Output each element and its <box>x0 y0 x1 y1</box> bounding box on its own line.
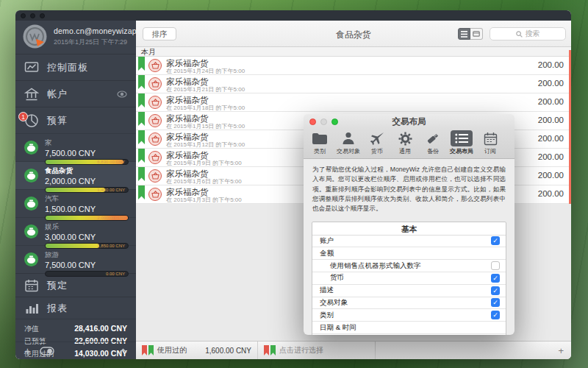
budget-item-groceries[interactable]: 食品杂货 2,000.00 CNY 1,400.00 CNY <box>15 161 136 189</box>
bar-chart-icon <box>24 301 39 316</box>
piggy-bank-icon <box>24 224 38 238</box>
footer-select-cell[interactable]: 点击进行选择 <box>258 342 376 359</box>
flag-icon <box>138 130 145 144</box>
budget-item-travel[interactable]: 旅游 7,500.00 CNY 0.00 CNY <box>15 245 136 273</box>
piggy-bank-icon <box>24 141 38 155</box>
footer-bar: 使用过的 1,600.00 CNY 点击进行选择 + <box>136 341 571 359</box>
budget-progress: 0.00 CNY <box>45 271 129 277</box>
zoom-button[interactable] <box>40 13 45 18</box>
groceries-category-icon <box>148 96 162 109</box>
checkbox[interactable]: ✓ <box>491 298 500 307</box>
app-logo-avatar <box>23 24 47 49</box>
search-input[interactable]: 搜索 <box>490 27 566 40</box>
account-email: demo.cn@moneywizapp.... <box>54 26 136 35</box>
add-transaction-button[interactable]: + <box>558 345 564 356</box>
flags-icon <box>264 345 276 355</box>
airplane-icon <box>370 132 384 146</box>
budget-item-entertainment[interactable]: 娱乐 3,000.00 CNY 1,850.00 CNY <box>15 217 136 245</box>
sidebar-item-accounts[interactable]: 帐户 <box>15 80 136 107</box>
desktop-background: 1 demo.cn@moneywizapp.... 2015年1月25日 下午7… <box>0 0 588 368</box>
budget-item-home[interactable]: 家 7,500.00 CNY 6,830.00 CNY <box>15 133 136 161</box>
budget-progress: 6,830.00 CNY <box>45 159 129 165</box>
tab-payees[interactable]: 交易对象 <box>334 130 362 156</box>
account-datetime: 2015年1月25日 下午7:29 <box>54 38 136 47</box>
checkbox[interactable]: ✓ <box>491 236 500 245</box>
dashboard-icon <box>24 60 39 75</box>
checkbox[interactable]: ✓ <box>491 311 500 319</box>
sidebar-bottom-toolbar: + <box>15 342 136 359</box>
minimize-button[interactable] <box>30 13 35 18</box>
sync-toggle-icon[interactable] <box>40 347 54 355</box>
dialog-row-7: 日期 & 时间 <box>312 322 506 334</box>
dialog-row-0[interactable]: 账户✓ <box>312 236 506 248</box>
piggy-bank-icon <box>24 197 38 210</box>
flag-icon <box>138 57 145 71</box>
groceries-category-icon <box>148 188 162 201</box>
flag-icon <box>138 185 145 199</box>
flag-icon <box>138 167 145 181</box>
person-icon <box>342 132 355 145</box>
window-titlebar[interactable] <box>15 10 571 21</box>
flag-icon <box>138 112 145 126</box>
list-view-button[interactable] <box>458 28 470 40</box>
sidebar-item-reports[interactable]: 报表 <box>15 297 136 319</box>
dialog-row-8[interactable]: 使用日期✓ <box>312 334 506 335</box>
dialog-row-5[interactable]: 交易对象✓ <box>312 297 506 310</box>
piggy-bank-icon <box>24 252 38 266</box>
budget-progress: 1,850.00 CNY <box>45 243 129 249</box>
transaction-row[interactable]: 家乐福杂货 在 2015年1月21日 的下午5:00 200.00 <box>136 75 571 93</box>
dialog-close-button[interactable] <box>309 118 316 125</box>
usb-icon <box>426 131 440 146</box>
card-view-button[interactable] <box>470 28 483 40</box>
list-section-title: 基本 <box>312 222 506 236</box>
tab-subscription[interactable]: 订阅 <box>477 130 503 156</box>
sidebar: 1 demo.cn@moneywizapp.... 2015年1月25日 下午7… <box>15 21 136 359</box>
transaction-row[interactable]: 家乐福杂货 在 2015年1月18日 的下午5:00 200.00 <box>136 93 571 112</box>
dialog-row-1: 金额 <box>312 247 506 260</box>
checkbox[interactable]: ✓ <box>491 274 500 283</box>
view-toggle <box>458 28 483 40</box>
tab-general[interactable]: 通用 <box>392 130 418 156</box>
groceries-category-icon <box>148 169 162 183</box>
eye-icon[interactable] <box>117 91 127 98</box>
groceries-category-icon <box>148 132 162 146</box>
dialog-titlebar[interactable]: 交易布局 <box>304 114 514 129</box>
groceries-category-icon <box>148 77 162 91</box>
budget-progress: 1,400.00 CNY <box>45 187 129 193</box>
tab-backup[interactable]: 备份 <box>420 130 446 156</box>
add-budget-button[interactable]: + <box>24 345 31 356</box>
checkbox[interactable]: ✓ <box>491 286 500 295</box>
dialog-minimize-button[interactable] <box>320 118 327 125</box>
sidebar-item-budgets[interactable]: 预算 <box>15 107 136 133</box>
calendar-icon <box>24 278 39 293</box>
budget-item-car[interactable]: 汽车 1,500.00 CNY 2,000.00 CNY <box>15 189 136 217</box>
sidebar-item-dashboard[interactable]: 控制面板 <box>15 54 136 80</box>
flag-icon <box>138 93 145 107</box>
tab-currencies[interactable]: 货币 <box>364 130 390 156</box>
bank-icon <box>24 87 39 102</box>
account-header[interactable]: demo.cn@moneywizapp.... 2015年1月25日 下午7:2… <box>15 21 136 54</box>
checkbox[interactable] <box>491 261 500 270</box>
tab-categories[interactable]: 类别 <box>306 130 333 156</box>
dialog-description: 为了帮助您优化输入过程，MoneyWiz 允许您自己创建自定义交易输入布局。您可… <box>304 159 514 219</box>
tab-transaction-layout[interactable]: 交易布局 <box>448 130 476 156</box>
dialog-row-2[interactable]: 使用销售点机器形式输入数字 <box>312 260 506 272</box>
transaction-row[interactable]: 家乐福杂货 在 2015年1月24日 的下午5:00 200.00 <box>136 57 571 75</box>
dialog-row-3[interactable]: 货币✓ <box>312 272 506 285</box>
dialog-toolbar: 类别 交易对象 货币 通用 备份 交易布局 <box>304 129 514 159</box>
piggy-bank-icon <box>24 169 38 183</box>
gear-icon <box>398 132 412 146</box>
groceries-category-icon <box>148 59 162 72</box>
chevron-up-icon[interactable] <box>119 348 127 353</box>
over-budget-scroll-stripe <box>569 50 571 204</box>
dialog-row-4[interactable]: 描述✓ <box>312 285 506 297</box>
groceries-category-icon <box>148 114 162 127</box>
groceries-category-icon <box>148 151 162 164</box>
settings-dialog: 交易布局 类别 交易对象 货币 通用 备份 <box>304 114 514 335</box>
budget-progress: 2,000.00 CNY <box>45 215 129 221</box>
dialog-zoom-button[interactable] <box>331 118 338 125</box>
dialog-row-6[interactable]: 类别✓ <box>312 309 506 322</box>
calendar-icon <box>484 132 498 146</box>
flags-icon <box>142 345 154 355</box>
close-button[interactable] <box>21 13 26 18</box>
